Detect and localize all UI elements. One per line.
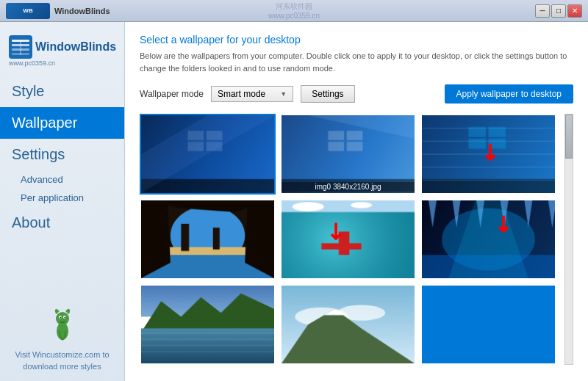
logo-title: WindowBlinds xyxy=(9,35,116,59)
content-title: Select a wallpaper for your desktop xyxy=(140,34,573,46)
minimize-button[interactable]: ─ xyxy=(535,4,550,18)
app-logo-icon: WB xyxy=(6,3,50,19)
wallpaper-thumb-4[interactable] xyxy=(140,199,276,280)
sidebar-item-per-application[interactable]: Per application xyxy=(0,189,124,207)
wallpaper-thumb-7[interactable] xyxy=(140,284,276,365)
wallpaper-thumb-5[interactable]: ↙ xyxy=(280,199,416,280)
sidebar: WindowBlinds www.pc0359.cn Style Wallpap… xyxy=(0,22,125,381)
svg-point-10 xyxy=(60,317,61,319)
svg-point-7 xyxy=(56,312,69,325)
wallpaper-thumb-9[interactable] xyxy=(420,284,556,365)
wallpaper-scrollbar[interactable] xyxy=(564,114,573,365)
chevron-down-icon: ▼ xyxy=(280,90,287,98)
logo-url: www.pc0359.cn xyxy=(9,59,55,67)
content-description: Below are the wallpapers from your compu… xyxy=(140,50,573,74)
wallpaper-label-2: img0 3840x2160.jpg xyxy=(282,182,415,192)
sidebar-item-advanced[interactable]: Advanced xyxy=(0,170,124,189)
titlebar-title: WindowBlinds xyxy=(54,7,110,15)
maximize-button[interactable]: □ xyxy=(551,4,566,18)
wallpaper-thumb-8[interactable] xyxy=(280,284,416,365)
svg-point-11 xyxy=(64,317,65,319)
titlebar-logo: WB WindowBlinds xyxy=(6,3,110,19)
titlebar: WB WindowBlinds ─ □ ✕ xyxy=(0,0,588,22)
mascot-icon xyxy=(48,305,77,342)
mode-select[interactable]: Smart mode ▼ xyxy=(211,86,293,102)
close-button[interactable]: ✕ xyxy=(567,4,582,18)
sidebar-logo: WindowBlinds www.pc0359.cn xyxy=(0,29,124,76)
sidebar-bottom: Visit Wincustomize.com to download more … xyxy=(0,297,124,381)
mode-label: Wallpaper mode xyxy=(140,89,204,99)
wallpaper-thumb-1[interactable] xyxy=(140,114,276,195)
wallpaper-thumb-2[interactable]: img0 3840x2160.jpg xyxy=(280,114,416,195)
settings-button[interactable]: Settings xyxy=(301,85,354,103)
wallpaper-thumb-3[interactable]: ↙ xyxy=(420,114,556,195)
wallpaper-grid: img0 3840x2160.jpg ↙ ↙ ↙ xyxy=(140,114,562,365)
mode-value: Smart mode xyxy=(218,89,265,99)
apply-wallpaper-button[interactable]: Apply wallpaper to desktop xyxy=(445,84,573,104)
sidebar-item-style[interactable]: Style xyxy=(0,76,124,107)
main-content: Select a wallpaper for your desktop Belo… xyxy=(125,22,588,381)
wallpaper-grid-wrapper: img0 3840x2160.jpg ↙ ↙ ↙ xyxy=(140,114,573,365)
wallpaper-thumb-6[interactable]: ↙ xyxy=(420,199,556,280)
app-container: WindowBlinds www.pc0359.cn Style Wallpap… xyxy=(0,22,588,381)
sidebar-item-settings[interactable]: Settings xyxy=(0,139,124,170)
sidebar-item-wallpaper[interactable]: Wallpaper xyxy=(0,107,124,139)
logo-text: WindowBlinds xyxy=(35,40,116,54)
sidebar-item-about[interactable]: About xyxy=(0,207,124,239)
titlebar-controls: ─ □ ✕ xyxy=(535,4,582,18)
scrollbar-thumb[interactable] xyxy=(565,115,573,159)
windowblinds-logo-icon xyxy=(9,35,32,59)
sidebar-nav: Style Wallpaper Settings Advanced Per ap… xyxy=(0,76,124,239)
toolbar: Wallpaper mode Smart mode ▼ Settings App… xyxy=(140,84,573,104)
sidebar-bottom-text: Visit Wincustomize.com to download more … xyxy=(9,349,115,372)
